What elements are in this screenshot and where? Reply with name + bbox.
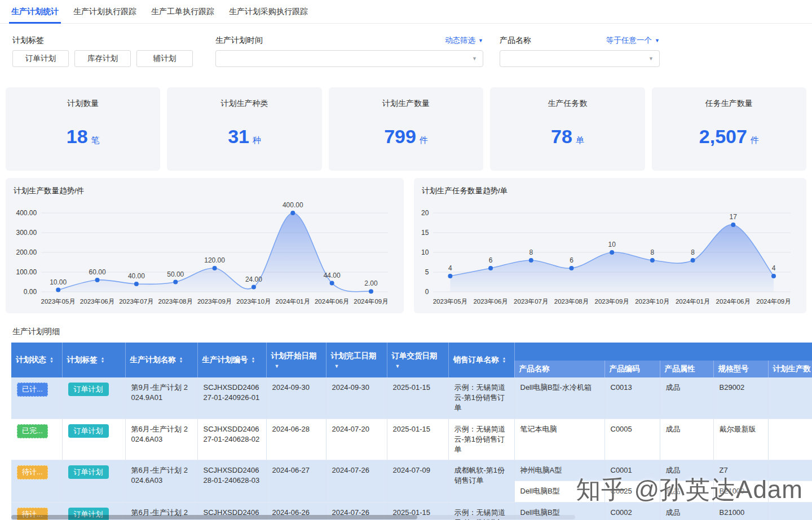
svg-text:15: 15 — [421, 229, 429, 237]
tab-workorder-execution-tracking[interactable]: 生产工单执行跟踪 — [149, 5, 217, 23]
order-delivery-date-cell: 2024-07-09 — [387, 460, 448, 502]
svg-text:2023年09月: 2023年09月 — [595, 298, 629, 305]
product-column-header[interactable]: 产品名称 — [514, 361, 604, 377]
chart-panel-production-qty-trend: 计划生产数量趋势/件 0.00100.00200.00300.00400.002… — [6, 178, 404, 313]
product-name-cell: 笔记本电脑 — [514, 419, 604, 460]
status-badge: 已完... — [17, 424, 48, 438]
stat-card-plan-count: 计划数量 18笔 — [6, 87, 160, 171]
plan-finish-date-cell: 2024-09-30 — [326, 377, 387, 419]
product-column-header[interactable]: 产品编码 — [604, 361, 660, 377]
svg-text:5: 5 — [425, 268, 429, 276]
product-attr-cell: 成品 — [660, 460, 713, 481]
filter-group-plan-time: 生产计划时间 动态筛选 ▼ ▼ — [215, 35, 483, 67]
plan-label-option-aux[interactable]: 辅计划 — [136, 50, 193, 67]
svg-text:2024年01月: 2024年01月 — [276, 298, 310, 305]
column-header[interactable]: 计划标签▲▼ — [62, 343, 125, 377]
product-name-select[interactable]: ▼ — [500, 50, 660, 67]
plan-finish-date-cell: 2024-07-20 — [326, 419, 387, 460]
product-column-header[interactable]: 计划生产数 — [768, 361, 812, 377]
svg-text:17: 17 — [730, 213, 738, 221]
plan-tag-cell: 订单计划 — [62, 377, 125, 419]
column-header[interactable]: 生产计划名称▲▼ — [125, 343, 197, 377]
product-code-cell: C0025 — [604, 481, 660, 502]
plan-tag-badge: 订单计划 — [68, 383, 109, 396]
svg-text:8: 8 — [691, 248, 695, 256]
plan-code-cell: SCJHXSDD240627-01-240926-01 — [197, 377, 266, 419]
stat-label: 计划数量 — [6, 99, 160, 109]
column-header[interactable]: 生产计划编号▲▼ — [197, 343, 266, 377]
product-attr-cell: 成品 — [660, 502, 713, 520]
column-header[interactable]: 计划完工日期▼ — [326, 343, 387, 377]
stat-value: 78单 — [490, 126, 645, 148]
caret-down-icon[interactable]: ▼ — [334, 363, 339, 369]
plan-start-date-cell: 2024-09-30 — [266, 377, 326, 419]
svg-text:2023年10月: 2023年10月 — [635, 298, 669, 305]
sort-icon[interactable]: ▲▼ — [502, 357, 506, 363]
column-header[interactable]: 计划状态▲▼ — [11, 343, 62, 377]
plan-tag-badge: 订单计划 — [68, 424, 109, 438]
product-column-header[interactable]: 产品属性 — [660, 361, 713, 377]
plan-label-option-stock[interactable]: 库存计划 — [74, 50, 131, 67]
scrollbar-thumb[interactable] — [11, 515, 417, 519]
sales-order-name-cell: 示例：无锡简道云-第1份销售订单 — [448, 377, 514, 419]
product-attr-cell: 成品 — [660, 377, 713, 419]
svg-text:2023年05月: 2023年05月 — [41, 298, 76, 305]
sort-icon[interactable]: ▲▼ — [50, 357, 54, 363]
tab-plan-execution-tracking[interactable]: 生产计划执行跟踪 — [71, 5, 139, 23]
table-title: 生产计划明细 — [12, 327, 812, 337]
tab-plan-purchase-execution-tracking[interactable]: 生产计划采购执行跟踪 — [227, 5, 310, 23]
column-header[interactable]: 计划开始日期▼ — [266, 343, 326, 377]
table-row[interactable]: 已完...订单计划第6月-生产计划 2024.6A03SCJHXSDD24062… — [11, 419, 812, 460]
chart-panel-task-qty-trend: 计划生产任务数量趋势/单 051015202023年05月2023年06月202… — [414, 178, 806, 313]
stat-value: 799件 — [329, 126, 483, 148]
plan-status-cell: 已完... — [11, 419, 62, 460]
svg-text:0.00: 0.00 — [24, 288, 37, 296]
horizontal-scrollbar[interactable] — [11, 515, 575, 519]
dynamic-filter-link[interactable]: 动态筛选 ▼ — [445, 35, 483, 46]
filter-group-plan-label: 计划标签 订单计划 库存计划 辅计划 — [12, 35, 195, 67]
svg-text:4: 4 — [448, 264, 452, 272]
svg-text:8: 8 — [651, 248, 655, 256]
svg-text:200.00: 200.00 — [16, 248, 37, 256]
filter-group-product-name: 产品名称 等于任意一个 ▼ ▼ — [500, 35, 660, 67]
column-header[interactable]: 销售订单名称▲▼ — [448, 343, 514, 377]
product-name-cell: 神州电脑A型 — [514, 460, 604, 481]
svg-text:2023年08月: 2023年08月 — [158, 298, 193, 305]
plan-time-select[interactable]: ▼ — [215, 50, 483, 67]
product-column-header[interactable]: 规格型号 — [713, 361, 768, 377]
svg-text:2023年07月: 2023年07月 — [119, 298, 153, 305]
svg-text:10.00: 10.00 — [50, 278, 67, 286]
sort-icon[interactable]: ▲▼ — [101, 357, 105, 363]
column-header[interactable]: 订单交货日期▼ — [387, 343, 448, 377]
svg-text:6: 6 — [489, 256, 493, 264]
plan-label-option-order[interactable]: 订单计划 — [12, 50, 69, 67]
plan-tag-cell: 订单计划 — [62, 460, 125, 502]
caret-down-icon[interactable]: ▼ — [275, 363, 280, 369]
table-row[interactable]: 待计...订单计划第6月-生产计划 2024.6A03SCJHXSDD24062… — [11, 460, 812, 481]
sort-icon[interactable]: ▲▼ — [179, 357, 183, 363]
plan-production-qty-cell — [768, 460, 812, 481]
svg-text:50.00: 50.00 — [167, 270, 184, 278]
product-spec-cell: B29002 — [713, 377, 768, 419]
table-row[interactable]: 已计...订单计划第9月-生产计划 2024.9A01SCJHXSDD24062… — [11, 377, 812, 419]
svg-text:40.00: 40.00 — [128, 272, 145, 280]
product-name-cell: Dell电脑B型-水冷机箱 — [514, 377, 604, 419]
svg-text:2024年06月: 2024年06月 — [315, 298, 349, 305]
svg-text:8: 8 — [529, 248, 533, 256]
svg-text:20: 20 — [421, 209, 429, 217]
status-badge: 待计... — [17, 465, 48, 479]
product-code-cell: C0013 — [604, 377, 660, 419]
sort-icon[interactable]: ▲▼ — [251, 357, 255, 363]
stat-label: 生产任务数 — [490, 99, 645, 109]
plan-tag-badge: 订单计划 — [68, 465, 109, 479]
caret-down-icon[interactable]: ▼ — [395, 363, 400, 369]
plan-label-title: 计划标签 — [12, 35, 44, 46]
equals-any-link[interactable]: 等于任意一个 ▼ — [606, 35, 660, 46]
order-delivery-date-cell: 2025-01-15 — [387, 419, 448, 460]
tab-production-plan-stats[interactable]: 生产计划统计 — [9, 5, 61, 24]
stat-value: 31种 — [167, 126, 321, 148]
svg-text:6: 6 — [570, 256, 573, 264]
svg-text:0: 0 — [425, 288, 429, 296]
product-spec-cell: B21000 — [713, 502, 768, 520]
product-attr-cell: 成品 — [660, 481, 713, 502]
